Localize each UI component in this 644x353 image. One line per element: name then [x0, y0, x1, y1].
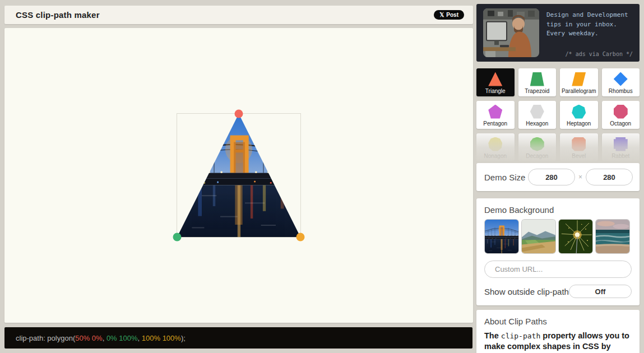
hexagon-shape-icon	[530, 105, 544, 119]
bevel-shape-icon	[572, 137, 586, 151]
shape-label: Trapezoid	[525, 88, 549, 94]
shape-card-decagon[interactable]: Decagon	[518, 133, 557, 161]
clippy-app: CSS clip-path maker 𝕏 Post	[0, 0, 644, 353]
shape-card-nonagon[interactable]: Nonagon	[476, 133, 515, 161]
about-title: About Clip Paths	[484, 317, 632, 326]
shape-label: Rabbet	[611, 153, 629, 159]
shape-label: Decagon	[526, 153, 548, 159]
demo-size-label: Demo Size	[484, 173, 525, 182]
shape-label: Nonagon	[484, 153, 507, 159]
background-thumb-waves[interactable]	[595, 219, 630, 254]
shape-card-heptagon[interactable]: Heptagon	[560, 101, 598, 129]
shape-card-rabbet[interactable]: Rabbet	[602, 133, 640, 161]
clip-path-code-bar: clip-path: polygon(50% 0%, 0% 100%, 100%…	[4, 327, 472, 349]
ad-copy: Design and Development tips in your inbo…	[546, 11, 633, 57]
heptagon-shape-icon	[572, 105, 586, 119]
page-title: CSS clip-path maker	[16, 10, 100, 20]
ad-attribution: /* ads via Carbon */	[566, 51, 633, 57]
shape-label: Heptagon	[567, 120, 591, 127]
demo-stage[interactable]	[177, 113, 301, 238]
demo-height-input[interactable]	[586, 169, 633, 185]
header-bar: CSS clip-path maker 𝕏 Post	[4, 6, 473, 24]
clip-handle-bottom-left[interactable]	[173, 233, 182, 241]
pentagon-shape-icon	[488, 105, 502, 119]
shape-label: Parallelogram	[562, 88, 596, 94]
clip-path-code: clip-path: polygon(50% 0%, 0% 100%, 100%…	[16, 334, 186, 342]
about-body: The clip-path property allows you to mak…	[484, 331, 632, 353]
demo-size-panel: Demo Size ×	[476, 163, 640, 191]
nonagon-shape-icon	[488, 137, 502, 151]
rabbet-shape-icon	[614, 137, 628, 151]
ad-image	[483, 8, 539, 57]
clipped-demo-image	[177, 114, 300, 237]
shape-card-triangle[interactable]: Triangle	[476, 68, 515, 96]
trapezoid-shape-icon	[530, 72, 544, 86]
show-outside-label: Show outside clip-path	[484, 287, 569, 296]
shape-grid: TriangleTrapezoidParallelogramRhombusPen…	[476, 68, 640, 164]
shape-label: Octagon	[610, 120, 631, 127]
shape-card-bevel[interactable]: Bevel	[560, 133, 598, 161]
show-outside-toggle[interactable]: Off	[569, 285, 632, 298]
clip-canvas[interactable]	[4, 28, 473, 323]
size-separator: ×	[578, 173, 582, 181]
post-button-label: Post	[446, 12, 458, 18]
shape-card-rhombus[interactable]: Rhombus	[602, 68, 640, 96]
background-thumbs	[484, 219, 632, 254]
background-thumb-hills[interactable]	[521, 219, 556, 254]
triangle-shape-icon	[488, 72, 502, 86]
background-thumb-bridge[interactable]	[484, 219, 519, 254]
x-logo-icon: 𝕏	[439, 12, 444, 18]
shape-label: Hexagon	[526, 120, 548, 127]
shape-label: Rhombus	[609, 88, 633, 94]
decagon-shape-icon	[530, 137, 544, 151]
demo-background-label: Demo Background	[484, 205, 632, 215]
shape-card-parallelogram[interactable]: Parallelogram	[560, 68, 598, 96]
shape-card-hexagon[interactable]: Hexagon	[518, 101, 557, 129]
clip-path-inline-code: clip-path	[501, 332, 540, 340]
background-thumb-sparkler[interactable]	[558, 219, 593, 254]
parallelogram-shape-icon	[572, 72, 586, 86]
demo-width-input[interactable]	[528, 169, 575, 185]
rhombus-shape-icon	[614, 72, 628, 86]
carbon-ad[interactable]: Design and Development tips in your inbo…	[476, 4, 640, 62]
clip-handle-top[interactable]	[235, 110, 243, 118]
shape-card-octagon[interactable]: Octagon	[602, 101, 640, 129]
show-outside-row: Show outside clip-path Off	[484, 285, 632, 298]
demo-background-panel: Demo Background	[476, 198, 640, 305]
shape-label: Pentagon	[483, 120, 507, 127]
shape-card-pentagon[interactable]: Pentagon	[476, 101, 515, 129]
shape-card-trapezoid[interactable]: Trapezoid	[518, 68, 557, 96]
shape-label: Bevel	[572, 153, 586, 159]
custom-url-input[interactable]	[484, 261, 632, 278]
x-post-button[interactable]: 𝕏 Post	[434, 10, 464, 20]
clip-handle-bottom-right[interactable]	[296, 233, 305, 241]
octagon-shape-icon	[614, 105, 628, 119]
shape-label: Triangle	[485, 88, 506, 94]
about-panel: About Clip Paths The clip-path property …	[476, 310, 640, 353]
